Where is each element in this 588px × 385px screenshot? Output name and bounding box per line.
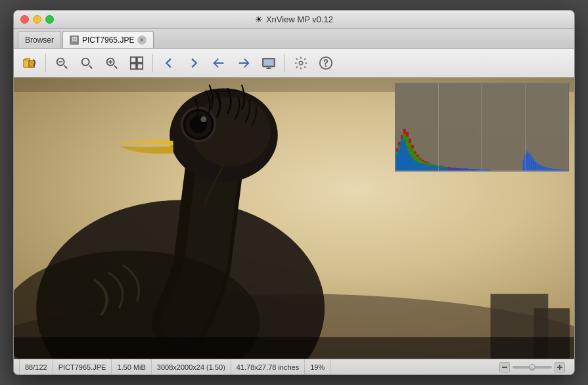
status-index: 88/122 <box>19 359 53 374</box>
svg-rect-128 <box>452 168 454 171</box>
svg-rect-0 <box>24 59 29 67</box>
svg-rect-19 <box>137 63 143 68</box>
svg-rect-174 <box>502 367 507 368</box>
svg-rect-156 <box>540 166 542 171</box>
svg-rect-130 <box>456 168 458 171</box>
settings-button[interactable] <box>289 51 313 75</box>
svg-rect-120 <box>437 166 439 171</box>
svg-rect-104 <box>405 146 407 171</box>
help-button[interactable] <box>314 51 338 75</box>
svg-rect-129 <box>454 168 456 171</box>
main-window: ☀ XnView MP v0.12 Browser 🖼 PICT7965.JPE… <box>13 10 575 375</box>
svg-point-40 <box>200 116 206 122</box>
svg-rect-152 <box>532 158 534 171</box>
svg-rect-127 <box>450 168 452 171</box>
svg-rect-100 <box>397 149 399 171</box>
svg-rect-119 <box>435 166 437 171</box>
svg-rect-147 <box>523 160 525 171</box>
svg-rect-108 <box>413 160 415 171</box>
svg-rect-114 <box>425 164 427 171</box>
fullscreen-button[interactable] <box>257 51 281 75</box>
window-title: XnView MP v0.12 <box>266 14 333 24</box>
status-bar: 88/122 PICT7965.JPE 1.50 MiB 3008x2000x2… <box>14 359 574 374</box>
svg-rect-148 <box>525 154 527 171</box>
minimize-button[interactable] <box>33 15 41 24</box>
svg-rect-111 <box>419 163 421 171</box>
svg-line-8 <box>64 65 68 68</box>
svg-rect-23 <box>264 59 274 65</box>
tab-browser[interactable]: Browser <box>18 31 61 48</box>
zoom-fit-button[interactable] <box>75 51 99 75</box>
zoom-decrease-button[interactable] <box>499 362 510 373</box>
tab-image-label: PICT7965.JPE <box>82 35 134 45</box>
svg-rect-45 <box>14 337 574 359</box>
status-dimensions: 3008x2000x24 (1.50) <box>152 359 231 374</box>
svg-rect-1 <box>26 58 30 60</box>
svg-rect-133 <box>462 168 464 171</box>
separator-3 <box>284 54 285 72</box>
svg-rect-107 <box>411 157 413 171</box>
zoom-out-button[interactable] <box>50 51 74 75</box>
svg-rect-105 <box>407 150 409 171</box>
svg-rect-112 <box>421 164 423 171</box>
maximize-button[interactable] <box>45 15 54 24</box>
title-icon: ☀ <box>255 14 263 24</box>
svg-rect-106 <box>409 154 411 171</box>
svg-rect-117 <box>431 166 433 171</box>
title-bar: ☀ XnView MP v0.12 <box>14 11 574 29</box>
svg-rect-125 <box>446 168 448 171</box>
svg-point-9 <box>82 58 89 65</box>
zoom-controls <box>495 362 569 373</box>
traffic-lights <box>20 15 54 24</box>
next-button[interactable] <box>182 51 206 75</box>
svg-rect-153 <box>534 161 536 171</box>
svg-rect-155 <box>538 164 540 171</box>
tab-image[interactable]: 🖼 PICT7965.JPE ✕ <box>62 31 154 48</box>
svg-rect-110 <box>417 162 419 171</box>
status-physical-size: 41.78x27.78 inches <box>231 359 305 374</box>
status-filesize: 1.50 MiB <box>112 359 151 374</box>
tab-browser-label: Browser <box>25 35 54 45</box>
tab-close-button[interactable]: ✕ <box>137 35 147 45</box>
svg-rect-115 <box>427 165 429 171</box>
next-folder-button[interactable] <box>232 51 256 75</box>
svg-rect-47 <box>396 83 568 171</box>
zoom-slider[interactable] <box>512 366 552 369</box>
separator-1 <box>45 54 46 72</box>
svg-rect-135 <box>466 168 468 171</box>
zoom-in-button[interactable] <box>100 51 124 75</box>
svg-point-29 <box>326 66 327 66</box>
svg-rect-103 <box>403 141 405 171</box>
svg-rect-16 <box>131 57 136 62</box>
svg-rect-102 <box>401 137 403 171</box>
prev-button[interactable] <box>157 51 181 75</box>
histogram-panel <box>395 83 569 171</box>
grid-button[interactable] <box>125 51 148 75</box>
svg-rect-151 <box>530 156 532 171</box>
svg-rect-122 <box>440 167 442 171</box>
prev-folder-button[interactable] <box>207 51 231 75</box>
svg-rect-123 <box>442 167 444 171</box>
zoom-slider-thumb[interactable] <box>529 364 535 371</box>
svg-rect-160 <box>548 168 550 171</box>
svg-rect-157 <box>542 166 544 171</box>
content-area <box>14 78 574 359</box>
svg-point-27 <box>299 61 303 65</box>
close-button[interactable] <box>20 15 29 24</box>
svg-rect-121 <box>439 166 441 171</box>
svg-rect-126 <box>448 168 450 171</box>
svg-rect-113 <box>423 164 425 171</box>
status-filename: PICT7965.JPE <box>53 359 112 374</box>
image-view[interactable] <box>14 78 574 359</box>
svg-rect-118 <box>433 166 435 171</box>
zoom-increase-button[interactable] <box>554 362 565 373</box>
svg-rect-176 <box>559 365 560 370</box>
toolbar <box>14 49 574 78</box>
svg-line-11 <box>84 60 87 63</box>
svg-rect-131 <box>458 168 460 171</box>
svg-rect-124 <box>444 167 446 171</box>
status-zoom: 19% <box>305 359 330 374</box>
image-file-icon: 🖼 <box>70 35 79 45</box>
folder-nav-button[interactable] <box>18 51 41 75</box>
svg-rect-161 <box>550 168 552 171</box>
